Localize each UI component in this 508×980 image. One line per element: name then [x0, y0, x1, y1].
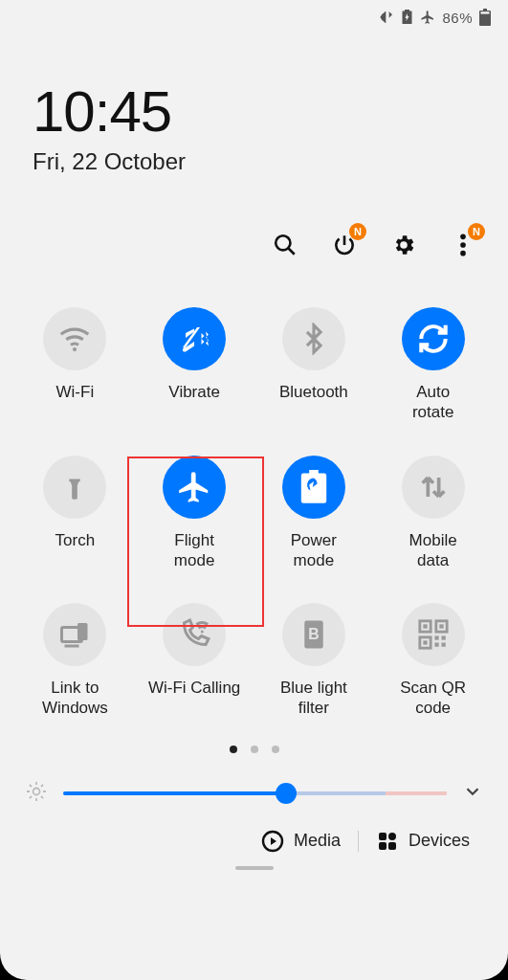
notification-badge: N: [468, 223, 485, 240]
svg-line-30: [30, 784, 32, 786]
blue-light-icon: B: [299, 618, 328, 651]
svg-point-12: [201, 631, 204, 634]
brightness-row: [0, 753, 508, 807]
tile-label: Vibrate: [137, 382, 252, 402]
svg-point-25: [33, 788, 40, 794]
power-mode-icon: [299, 470, 328, 504]
tile-wifi-calling[interactable]: Wi-Fi Calling: [135, 603, 254, 719]
svg-rect-18: [439, 624, 443, 628]
tile-scan-qr[interactable]: Scan QRcode: [373, 603, 493, 719]
svg-point-6: [460, 242, 466, 248]
airplane-icon: [176, 469, 212, 505]
qr-icon: [417, 618, 450, 651]
wifi-calling-icon: [177, 617, 211, 652]
svg-rect-24: [441, 643, 445, 647]
svg-rect-23: [434, 643, 438, 647]
page-dot: [230, 746, 237, 753]
link-windows-icon: [57, 617, 92, 652]
bluetooth-icon: [298, 323, 330, 355]
battery-status-icon: [479, 9, 491, 26]
svg-rect-20: [423, 640, 427, 644]
svg-point-7: [460, 251, 466, 256]
mobile-data-icon: [417, 471, 450, 503]
svg-rect-37: [388, 833, 396, 840]
svg-line-32: [30, 796, 32, 798]
tile-mobile-data[interactable]: Mobiledata: [373, 456, 493, 571]
svg-rect-39: [388, 842, 396, 850]
clock-time: 10:45: [33, 78, 508, 145]
svg-line-4: [288, 248, 295, 255]
svg-rect-10: [65, 645, 79, 648]
settings-button[interactable]: [389, 231, 418, 259]
tile-bluetooth[interactable]: Bluetooth: [254, 307, 374, 423]
svg-rect-22: [441, 635, 445, 639]
tile-label: Bluetooth: [256, 382, 371, 402]
power-saving-status-icon: [401, 10, 413, 25]
svg-line-33: [41, 784, 43, 786]
clock-date: Fri, 22 October: [33, 148, 508, 175]
svg-line-31: [41, 796, 43, 798]
tile-label: Autorotate: [376, 382, 491, 423]
auto-rotate-icon: [415, 321, 452, 357]
tile-flight-mode[interactable]: Flightmode: [135, 456, 254, 571]
svg-text:B: B: [308, 626, 319, 642]
wifi-icon: [56, 321, 93, 357]
tile-label: Mobiledata: [376, 530, 491, 571]
battery-percent-text: 86%: [442, 10, 473, 26]
svg-rect-21: [434, 635, 438, 639]
page-dot: [251, 746, 258, 753]
tile-label: Flightmode: [137, 530, 252, 571]
brightness-icon: [25, 780, 48, 807]
clock-area: 10:45 Fri, 22 October: [0, 31, 508, 175]
page-indicator[interactable]: [0, 746, 508, 753]
airplane-status-icon: [420, 10, 435, 25]
torch-icon: [58, 471, 91, 503]
brightness-thumb[interactable]: [276, 783, 297, 804]
svg-rect-16: [423, 624, 427, 628]
svg-rect-2: [481, 11, 490, 13]
media-label: Media: [294, 831, 341, 851]
vibrate-mute-status-icon: [379, 10, 394, 25]
svg-point-5: [460, 234, 466, 240]
svg-point-8: [73, 347, 77, 351]
panel-action-row: N N: [0, 175, 508, 259]
power-button[interactable]: N: [330, 231, 359, 259]
search-button[interactable]: [271, 231, 299, 259]
svg-marker-35: [271, 837, 276, 845]
tile-blue-light-filter[interactable]: B Blue lightfilter: [254, 603, 374, 719]
tile-label: Torch: [17, 530, 132, 550]
svg-rect-38: [379, 842, 387, 850]
tile-label: Powermode: [256, 530, 371, 571]
play-circle-icon: [261, 830, 284, 853]
tile-power-mode[interactable]: Powermode: [254, 456, 374, 571]
devices-label: Devices: [409, 831, 470, 851]
tile-label: Wi-Fi: [17, 382, 132, 402]
separator: [358, 831, 359, 852]
status-bar: 86%: [0, 0, 508, 31]
tile-label: Blue lightfilter: [256, 678, 371, 719]
tile-label: Wi-Fi Calling: [137, 678, 252, 698]
brightness-slider[interactable]: [63, 791, 447, 795]
page-dot: [272, 746, 279, 753]
devices-button[interactable]: Devices: [376, 830, 470, 853]
tile-vibrate[interactable]: Vibrate: [135, 307, 254, 423]
tile-torch[interactable]: Torch: [15, 456, 135, 571]
svg-rect-1: [483, 9, 487, 11]
bottom-action-row: Media Devices: [0, 807, 508, 853]
drag-handle[interactable]: [235, 866, 274, 870]
tile-label: Link toWindows: [17, 678, 132, 719]
brightness-expand-button[interactable]: [462, 781, 483, 806]
quick-settings-grid: Wi-Fi Vibrate Bluetooth Autorotate Torch…: [0, 259, 508, 719]
notification-badge: N: [349, 223, 366, 240]
vibrate-icon: [177, 322, 211, 356]
tile-link-to-windows[interactable]: Link toWindows: [15, 603, 135, 719]
more-button[interactable]: N: [449, 231, 477, 259]
tile-label: Scan QRcode: [376, 678, 491, 719]
svg-point-3: [276, 235, 290, 250]
media-button[interactable]: Media: [261, 830, 341, 853]
tile-auto-rotate[interactable]: Autorotate: [373, 307, 493, 423]
svg-rect-36: [379, 833, 387, 840]
devices-grid-icon: [376, 830, 399, 853]
svg-rect-11: [77, 623, 88, 640]
tile-wifi[interactable]: Wi-Fi: [15, 307, 135, 423]
